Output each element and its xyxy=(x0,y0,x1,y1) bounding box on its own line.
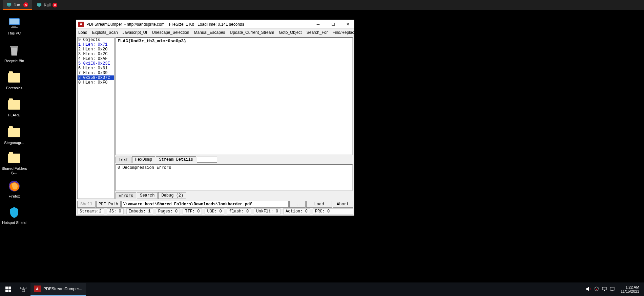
object-list-row[interactable]: 0 HLen: 0xF8 xyxy=(78,80,114,85)
status-bar: Streams:2 JS: 0 Embeds: 1 Pages: 0 TTF: … xyxy=(77,208,353,214)
status-streams: Streams:2 xyxy=(77,208,104,214)
abort-button[interactable]: Abort xyxy=(333,201,353,208)
menu-manual-escapes[interactable]: Manual_Escapes xyxy=(194,30,225,35)
object-list-row[interactable]: 5 0x1E0-0x23E xyxy=(78,61,114,66)
minimize-button[interactable]: ─ xyxy=(312,20,324,29)
object-list-row[interactable]: 3 HLen: 0x2C xyxy=(78,52,114,56)
clock-time: 1:22 AM xyxy=(621,285,639,289)
svg-rect-5 xyxy=(9,19,19,24)
app-window: A PDFStreamDumper - http://sandsprite.co… xyxy=(76,20,354,216)
tab-errors[interactable]: Errors xyxy=(116,192,136,199)
maximize-button[interactable]: ☐ xyxy=(327,20,339,29)
mini-input[interactable] xyxy=(197,157,217,163)
vm-tab-label: Kali xyxy=(44,3,50,7)
start-button[interactable] xyxy=(0,282,16,296)
desktop-icon-hotspot[interactable]: Hotspot Shield xyxy=(1,206,27,225)
object-list-row[interactable]: 7 HLen: 0x39 xyxy=(78,71,114,75)
desktop-icon-stego[interactable]: Stegonagr... xyxy=(1,126,27,145)
menu-goto-object[interactable]: Goto_Object xyxy=(279,30,302,35)
stream-content-textarea[interactable]: FLAG{Und3r_th3_m1cr0sc0p3} xyxy=(116,37,353,155)
menu-tools[interactable]: Tools xyxy=(361,30,371,35)
menu-search-for[interactable]: Search_For xyxy=(307,30,328,35)
close-button[interactable]: ✕ xyxy=(342,20,354,29)
menu-update-current-stream[interactable]: Update_Current_Stream xyxy=(230,30,274,35)
close-icon[interactable]: ✕ xyxy=(53,3,57,7)
window-title: PDFStreamDumper - http://sandsprite.com … xyxy=(86,22,309,27)
menu-unescape-selection[interactable]: Unescape_Selection xyxy=(152,30,189,35)
folder-icon xyxy=(7,126,21,139)
content-tabs: Text HexDump Stream Details xyxy=(116,156,353,163)
system-tray[interactable]: × xyxy=(583,287,618,292)
svg-rect-7 xyxy=(11,27,18,28)
menu-load[interactable]: Load xyxy=(78,30,87,35)
vm-tab-kali[interactable]: Kali ✕ xyxy=(33,0,61,10)
volume-icon[interactable]: × xyxy=(586,287,591,292)
clock-date: 11/15/2021 xyxy=(621,289,639,293)
tab-hexdump[interactable]: HexDump xyxy=(132,156,155,163)
status-flash: flash: 0 xyxy=(227,208,251,214)
path-row: Shell PDF Path ... Load Abort xyxy=(77,201,353,208)
taskbar-app-pdfstreamdumper[interactable]: A PDFStreamDumper... xyxy=(30,283,86,296)
object-list-row-selected[interactable]: 8 0x359-0x37C xyxy=(78,75,114,80)
desktop-icon-recycle-bin[interactable]: Recycle Bin xyxy=(1,44,27,63)
monitor-icon xyxy=(37,3,42,7)
folder-icon xyxy=(7,98,21,112)
folder-icon xyxy=(7,152,21,165)
menu-javascript-ui[interactable]: Javascript_UI xyxy=(123,30,147,35)
task-view-icon xyxy=(20,287,26,292)
svg-rect-13 xyxy=(8,290,11,292)
errors-textarea[interactable]: 0 Decompression Errors xyxy=(116,164,353,191)
menu-exploits-scan[interactable]: Exploits_Scan xyxy=(92,30,118,35)
notifications-icon[interactable] xyxy=(610,287,615,292)
status-prc: PRC: 0 xyxy=(313,208,353,214)
firefox-icon xyxy=(7,179,21,193)
icon-label: Forensics xyxy=(6,86,22,90)
status-action: Action: 0 xyxy=(283,208,310,214)
show-desktop-button[interactable] xyxy=(642,282,644,296)
object-list-header: 9 Objects xyxy=(78,38,114,42)
desktop-icon-shared[interactable]: Shared Folders (v... xyxy=(1,152,27,175)
network-icon[interactable] xyxy=(602,287,607,292)
icon-label: Recycle Bin xyxy=(4,59,24,63)
windows-icon xyxy=(5,287,11,292)
object-list[interactable]: 9 Objects 1 HLen: 0x71 2 HLen: 0x20 3 HL… xyxy=(77,37,115,199)
desktop-icon-flare[interactable]: FLARE xyxy=(1,98,27,117)
tab-search[interactable]: Search xyxy=(137,192,158,199)
desktop-icon-firefox[interactable]: Firefox xyxy=(1,179,27,198)
object-list-row[interactable]: 4 HLen: 0xAF xyxy=(78,56,114,61)
security-icon[interactable] xyxy=(594,287,599,292)
object-list-row[interactable]: 2 HLen: 0x20 xyxy=(78,47,114,52)
shell-button[interactable]: Shell xyxy=(77,201,96,208)
titlebar[interactable]: A PDFStreamDumper - http://sandsprite.co… xyxy=(76,20,354,29)
menubar: Load Exploits_Scan Javascript_UI Unescap… xyxy=(76,29,354,36)
taskbar-clock[interactable]: 1:22 AM 11/15/2021 xyxy=(618,285,642,293)
icon-label: This PC xyxy=(7,31,21,35)
status-js: JS: 0 xyxy=(107,208,124,214)
menu-find-replace[interactable]: Find/Replace xyxy=(332,30,356,35)
tab-text[interactable]: Text xyxy=(116,157,131,163)
folder-icon xyxy=(7,71,21,85)
tab-debug[interactable]: Debug (2) xyxy=(158,192,186,199)
svg-rect-8 xyxy=(10,46,18,47)
vm-tab-flare[interactable]: flare ✕ xyxy=(3,0,32,10)
svg-rect-19 xyxy=(602,287,606,290)
menu-help-videos[interactable]: Help_Videos xyxy=(375,30,398,35)
taskbar-app-label: PDFStreamDumper... xyxy=(43,287,82,291)
pdf-path-input[interactable] xyxy=(121,201,289,208)
status-unkflt: UnkFlt: 0 xyxy=(254,208,281,214)
tab-stream-details[interactable]: Stream Details xyxy=(156,156,196,163)
error-tabs: Errors Search Debug (2) xyxy=(116,192,353,199)
browse-button[interactable]: ... xyxy=(289,201,306,208)
svg-rect-21 xyxy=(610,287,614,290)
status-pages: Pages: 0 xyxy=(156,208,180,214)
main-area: 9 Objects 1 HLen: 0x71 2 HLen: 0x20 3 HL… xyxy=(76,36,354,200)
desktop-icon-this-pc[interactable]: This PC xyxy=(1,16,27,35)
object-list-row[interactable]: 1 HLen: 0x71 xyxy=(78,42,114,47)
load-button[interactable]: Load xyxy=(306,201,332,208)
desktop-icon-forensics[interactable]: Forensics xyxy=(1,71,27,90)
close-icon[interactable]: ✕ xyxy=(23,2,28,7)
task-view-button[interactable] xyxy=(16,287,30,292)
svg-rect-6 xyxy=(12,26,16,27)
object-list-row[interactable]: 6 HLen: 0x61 xyxy=(78,66,114,71)
recycle-bin-icon xyxy=(7,44,21,58)
